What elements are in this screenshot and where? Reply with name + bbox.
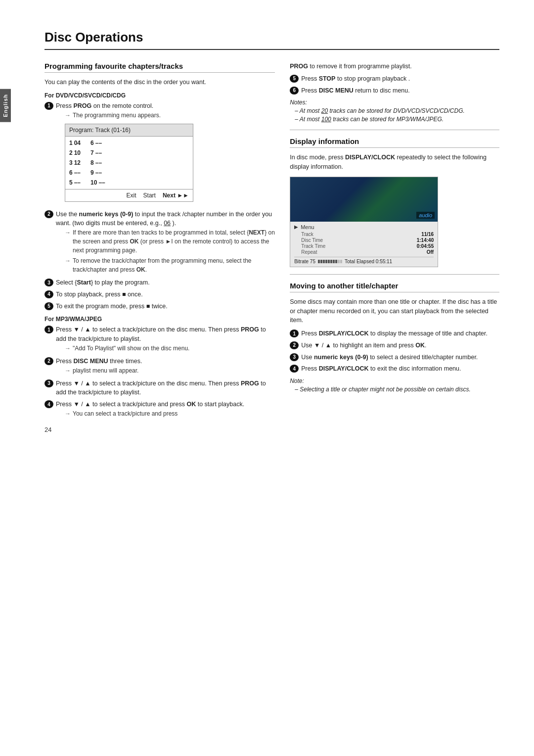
notes-1-title: Notes: <box>290 99 499 106</box>
moving-note-block: Note: – Selecting a title or chapter mig… <box>290 378 499 393</box>
program-table-footer[interactable]: Exit Start Next ►► <box>65 189 193 201</box>
right-step-5-text: Press STOP to stop program playback . <box>301 75 410 82</box>
display-tracktime-value: 0:04:55 <box>417 243 434 249</box>
step-1-text: Press PROG on the remote control. <box>56 102 153 109</box>
step-5-text: To exit the program mode, press ■ twice. <box>56 303 168 310</box>
moving-steps-list: 1 Press DISPLAY/CLOCK to display the mes… <box>290 329 499 374</box>
prog-row-8: 8–– <box>90 158 105 167</box>
display-repeat-row: Repeat Off <box>301 249 434 255</box>
program-col-1: 104 210 312 6–– 5–– <box>69 139 81 187</box>
right-step-6-content: Press DISC MENU return to disc menu. <box>301 86 499 95</box>
display-info-area: ▶ Menu Track 11/16 Disc Time 1:14:40 <box>290 222 438 267</box>
start-btn[interactable]: Start <box>143 191 156 200</box>
mp3-step-4-text: Press ▼ / ▲ to select a track/picture an… <box>56 401 244 408</box>
step-2-text: Use the numeric keys (0-9) to input the … <box>56 211 272 227</box>
step-1-arrow: → The programming menu appears. <box>65 111 275 120</box>
step-num-3: 3 <box>44 279 53 286</box>
display-tracktime-label: Track Time <box>301 243 336 249</box>
divider-1 <box>290 130 499 130</box>
step-1-content: Press PROG on the remote control. → The … <box>56 101 275 207</box>
moving-step-1-text: Press DISPLAY/CLOCK to display the messa… <box>301 330 488 337</box>
dvd-subsection-title: For DVD/VCD/SVCD/CD/CDG <box>44 92 275 99</box>
display-repeat-value: Off <box>427 249 434 255</box>
moving-step-4: 4 Press DISPLAY/CLOCK to exit the disc i… <box>290 364 499 374</box>
note-1-dvd: – At most 20 tracks can be stored for DV… <box>290 107 499 114</box>
step-2-arrow-2: → To remove the track/chapter from the p… <box>65 256 275 274</box>
display-track-row: Track 11/16 <box>301 232 434 237</box>
display-screen-image: audio <box>290 177 438 222</box>
mp3-step-4-arrow: → You can select a track/picture and pre… <box>65 409 275 418</box>
right-step-6-text: Press DISC MENU return to disc menu. <box>301 87 410 94</box>
program-table-header: Program: Track (01-16) <box>65 124 193 137</box>
step-4-content: To stop playback, press ■ once. <box>56 290 275 299</box>
next-btn[interactable]: Next ►► <box>163 191 189 200</box>
moving-step-2: 2 Use ▼ / ▲ to highlight an item and pre… <box>290 341 499 350</box>
prog-row-5: 5–– <box>69 178 81 187</box>
display-track-value: 11/16 <box>421 232 434 237</box>
mp3-step-3-content: Press ▼ / ▲ to select a track/picture on… <box>56 379 275 398</box>
moving-step-2-content: Use ▼ / ▲ to highlight an item and press… <box>301 341 499 350</box>
step-2-arrow-1: → If there are more than ten tracks to b… <box>65 228 275 255</box>
mp3-step-num-1: 1 <box>44 326 53 333</box>
mp3-subsection-title: For MP3/WMA/JPEG <box>44 316 275 323</box>
left-column: Programming favourite chapters/tracks Yo… <box>44 62 275 424</box>
prog-row-9: 9–– <box>90 168 105 177</box>
display-info-rows: Track 11/16 Disc Time 1:14:40 Track Time… <box>301 232 434 255</box>
display-repeat-label: Repeat <box>301 249 336 255</box>
moving-step-3-content: Use numeric keys (0-9) to select a desir… <box>301 353 499 362</box>
moving-note-title: Note: <box>290 378 499 384</box>
language-tab: English <box>0 89 11 122</box>
section-programming-title: Programming favourite chapters/tracks <box>44 62 275 73</box>
display-screen: audio ▶ Menu Track 11/16 Disc Time <box>290 177 438 267</box>
mp3-step-4-arrow-text: You can select a track/picture and press <box>73 409 178 418</box>
dvd-step-5: 5 To exit the program mode, press ■ twic… <box>44 302 275 311</box>
mp3-step-1-arrow: → "Add To Playlist" will show on the dis… <box>65 344 275 353</box>
mp3-step-4-content: Press ▼ / ▲ to select a track/picture an… <box>56 400 275 420</box>
right-step-5-content: Press STOP to stop program playback . <box>301 74 499 84</box>
moving-step-2-text: Use ▼ / ▲ to highlight an item and press… <box>301 342 426 349</box>
prog-remove-text: PROG to remove it from programme playlis… <box>290 62 499 71</box>
step-2-arrow-1-text: If there are more than ten tracks to be … <box>73 228 275 255</box>
moving-step-num-3: 3 <box>290 353 299 361</box>
moving-note-text: – Selecting a title or chapter might not… <box>290 386 499 393</box>
notes-block-1: Notes: – At most 20 tracks can be stored… <box>290 99 499 123</box>
moving-step-1: 1 Press DISPLAY/CLOCK to display the mes… <box>290 329 499 338</box>
moving-step-num-4: 4 <box>290 365 299 373</box>
mp3-step-2-text: Press DISC MENU three times. <box>56 358 142 365</box>
mp3-steps-list: 1 Press ▼ / ▲ to select a track/picture … <box>44 325 275 420</box>
prog-row-10: 10–– <box>90 178 105 187</box>
display-intro: In disc mode, press DISPLAY/CLOCK repeat… <box>290 153 499 172</box>
mp3-step-1: 1 Press ▼ / ▲ to select a track/picture … <box>44 325 275 354</box>
step-num-4: 4 <box>44 290 53 298</box>
bitrate-label: Bitrate 75 <box>294 259 315 264</box>
mp3-step-1-arrow-text: "Add To Playlist" will show on the disc … <box>73 344 189 353</box>
mp3-step-num-2: 2 <box>44 357 53 365</box>
program-table: Program: Track (01-16) 104 210 312 6–– 5… <box>65 124 193 202</box>
mp3-step-3: 3 Press ▼ / ▲ to select a track/picture … <box>44 379 275 398</box>
moving-step-4-text: Press DISPLAY/CLOCK to exit the disc inf… <box>301 365 461 372</box>
program-col-2: 6–– 7–– 8–– 9–– 10–– <box>90 139 105 187</box>
moving-intro: Some discs may contain more than one tit… <box>290 297 499 325</box>
mp3-step-num-4: 4 <box>44 400 53 408</box>
mp3-step-1-text: Press ▼ / ▲ to select a track/picture on… <box>56 326 266 342</box>
total-elapsed-label: Total Elapsed 0:55:11 <box>345 259 392 264</box>
exit-btn[interactable]: Exit <box>127 191 136 200</box>
mp3-step-4: 4 Press ▼ / ▲ to select a track/picture … <box>44 400 275 420</box>
display-audio-label: audio <box>416 212 435 219</box>
mp3-step-2-arrow-text: playlist menu will appear. <box>73 366 138 375</box>
mp3-step-1-content: Press ▼ / ▲ to select a track/picture on… <box>56 325 275 354</box>
prog-row-6: 6–– <box>90 139 105 147</box>
display-menu-label: Menu <box>301 224 314 230</box>
page-number: 24 <box>44 426 51 433</box>
display-track-label: Track <box>301 232 336 237</box>
mp3-step-2: 2 Press DISC MENU three times. → playlis… <box>44 357 275 377</box>
prog-row-7: 7–– <box>90 148 105 157</box>
right-step-num-6: 6 <box>290 87 299 94</box>
dvd-step-1: 1 Press PROG on the remote control. → Th… <box>44 101 275 207</box>
note-1-mp3: – At most 100 tracks can be stored for M… <box>290 116 499 123</box>
step-num-1: 1 <box>44 102 53 110</box>
step-5-content: To exit the program mode, press ■ twice. <box>56 302 275 311</box>
play-icon: ▶ <box>294 224 298 230</box>
step-num-2: 2 <box>44 210 53 218</box>
divider-2 <box>290 274 499 275</box>
